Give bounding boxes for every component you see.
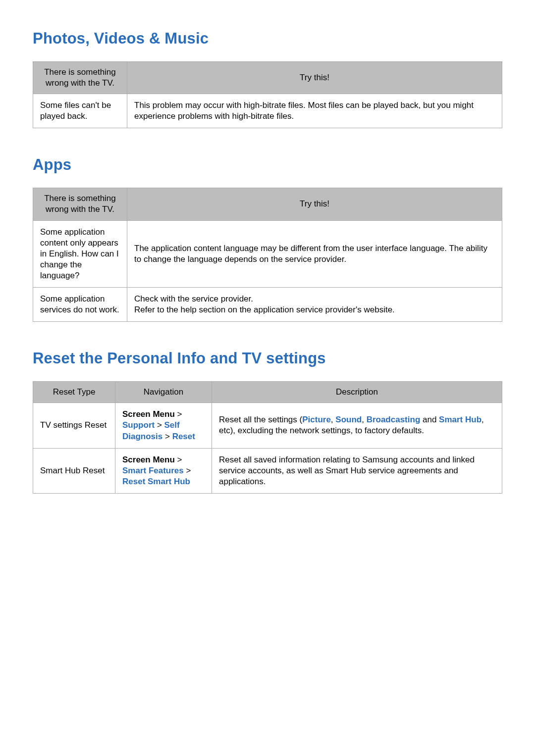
desc-text: Reset all the settings ( — [219, 415, 302, 424]
table-row: Some application content only appears in… — [33, 220, 502, 287]
nav-separator: > — [155, 420, 164, 430]
desc-text: , — [331, 415, 335, 424]
desc-keyword-smart-hub: Smart Hub — [439, 415, 482, 424]
heading-apps: Apps — [33, 156, 502, 174]
table-header-problem: There is something wrong with the TV. — [33, 62, 127, 94]
cell-solution: The application content language may be … — [127, 220, 502, 287]
nav-link-support: Support — [122, 420, 155, 430]
solution-line2: Refer to the help section on the applica… — [134, 305, 395, 314]
cell-navigation: Screen Menu > Smart Features > Reset Sma… — [115, 448, 212, 493]
table-row: TV settings Reset Screen Menu > Support … — [33, 403, 502, 448]
desc-keyword-broadcasting: Broadcasting — [367, 415, 421, 424]
cell-solution: This problem may occur with high-bitrate… — [127, 94, 502, 128]
table-header-description: Description — [212, 382, 502, 403]
cell-description: Reset all the settings (Picture, Sound, … — [212, 403, 502, 448]
table-row: Smart Hub Reset Screen Menu > Smart Feat… — [33, 448, 502, 493]
desc-text: , — [362, 415, 366, 424]
heading-photos-videos-music: Photos, Videos & Music — [33, 30, 502, 48]
cell-navigation: Screen Menu > Support > Self Diagnosis >… — [115, 403, 212, 448]
table-row: Some files can't be played back. This pr… — [33, 94, 502, 128]
nav-separator: > — [175, 455, 182, 464]
heading-reset: Reset the Personal Info and TV settings — [33, 350, 502, 367]
cell-description: Reset all saved information relating to … — [212, 448, 502, 493]
cell-solution: Check with the service provider. Refer t… — [127, 288, 502, 322]
desc-text: and — [420, 415, 439, 424]
nav-separator: > — [175, 409, 182, 419]
nav-text-screen-menu: Screen Menu — [122, 455, 175, 464]
nav-link-smart-features: Smart Features — [122, 466, 184, 475]
table-row: Some application services do not work. C… — [33, 288, 502, 322]
nav-separator: > — [184, 466, 191, 475]
cell-reset-type: TV settings Reset — [33, 403, 115, 448]
nav-separator: > — [162, 432, 172, 441]
cell-problem: Some files can't be played back. — [33, 94, 127, 128]
table-header-solution: Try this! — [127, 62, 502, 94]
nav-link-reset: Reset — [172, 432, 195, 441]
table-header-solution: Try this! — [127, 188, 502, 220]
section-apps: Apps There is something wrong with the T… — [33, 156, 502, 322]
solution-line1: Check with the service provider. — [134, 294, 253, 303]
desc-keyword-sound: Sound — [335, 415, 362, 424]
table-header-navigation: Navigation — [115, 382, 212, 403]
section-reset: Reset the Personal Info and TV settings … — [33, 350, 502, 494]
nav-link-reset-smart-hub: Reset Smart Hub — [122, 477, 190, 486]
table-pvm: There is something wrong with the TV. Tr… — [33, 61, 502, 128]
cell-problem: Some application content only appears in… — [33, 220, 127, 287]
cell-problem: Some application services do not work. — [33, 288, 127, 322]
table-reset: Reset Type Navigation Description TV set… — [33, 381, 502, 494]
table-header-reset-type: Reset Type — [33, 382, 115, 403]
nav-text-screen-menu: Screen Menu — [122, 409, 175, 419]
section-photos-videos-music: Photos, Videos & Music There is somethin… — [33, 30, 502, 128]
cell-reset-type: Smart Hub Reset — [33, 448, 115, 493]
desc-keyword-picture: Picture — [302, 415, 331, 424]
table-header-problem: There is something wrong with the TV. — [33, 188, 127, 220]
table-apps: There is something wrong with the TV. Tr… — [33, 188, 502, 322]
